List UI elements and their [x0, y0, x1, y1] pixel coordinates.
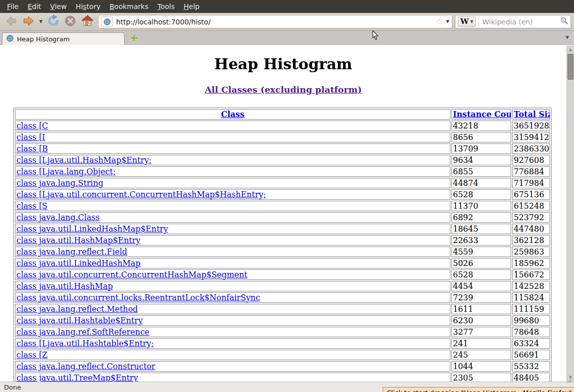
page-title: Heap Histogram — [0, 55, 567, 73]
class-link[interactable]: class [Z — [16, 350, 47, 360]
forward-icon — [22, 15, 34, 28]
instance-count-cell: 2305 — [451, 373, 511, 382]
tab-heap-histogram[interactable]: Heap Histogram — [2, 32, 125, 45]
class-cell: class java.util.concurrent.ConcurrentHas… — [15, 269, 450, 280]
class-cell: class [B — [15, 143, 450, 154]
back-button[interactable] — [3, 14, 20, 30]
status-text: Done — [4, 384, 21, 391]
menu-help[interactable]: Help — [179, 0, 204, 12]
table-row: class [Ljava.util.HashMap$Entry;96349276… — [15, 155, 550, 165]
class-link[interactable]: class [Ljava.util.concurrent.ConcurrentH… — [16, 190, 266, 199]
home-button[interactable] — [79, 14, 96, 30]
class-link[interactable]: class java.lang.String — [16, 178, 103, 188]
total-size-cell: 3159412 — [512, 132, 550, 142]
forward-button[interactable] — [20, 14, 37, 30]
table-row: class [Ljava.util.concurrent.ConcurrentH… — [15, 189, 550, 200]
class-cell: class java.util.concurrent.locks.Reentra… — [15, 292, 450, 303]
vertical-scrollbar[interactable]: ▲ ▼ — [567, 45, 574, 382]
bookmark-star-icon[interactable]: ☆ — [436, 18, 443, 26]
menu-bookmarks[interactable]: Bookmarks — [105, 0, 153, 12]
table-row: class java.util.HashMap$Entry22633362128 — [15, 235, 550, 246]
class-link[interactable]: class [Ljava.util.HashMap$Entry; — [16, 155, 151, 165]
class-cell: class [Ljava.util.HashMap$Entry; — [15, 155, 450, 165]
scroll-up-icon: ▲ — [569, 48, 572, 52]
total-size-cell: 615248 — [512, 201, 550, 211]
instance-count-header-cell: Instance Count — [451, 109, 511, 120]
class-link[interactable]: class java.util.TreeMap$Entry — [16, 373, 138, 382]
search-magnifier-icon[interactable] — [561, 17, 568, 26]
total-size-cell: 259863 — [512, 247, 550, 257]
total-size-cell: 48405 — [512, 373, 550, 382]
table-row: class [C432183651928 — [15, 121, 550, 131]
class-link[interactable]: class [C — [16, 121, 48, 131]
stop-button[interactable] — [62, 14, 79, 30]
total-size-cell: 185962 — [512, 258, 550, 268]
class-link[interactable]: class java.util.LinkedHashMap — [16, 259, 141, 268]
instance-count-cell: 241 — [451, 338, 511, 349]
menu-edit[interactable]: Edit — [23, 0, 45, 12]
instance-count-cell: 11370 — [451, 201, 511, 211]
engine-dropdown-icon: ▼ — [470, 20, 473, 24]
class-sort-link[interactable]: Class — [221, 110, 244, 119]
search-bar[interactable]: W ▼ — [455, 15, 571, 28]
instance-count-cell: 3277 — [451, 327, 511, 337]
table-row: class java.util.TreeMap$Entry230548405 — [15, 373, 550, 382]
class-link[interactable]: class java.lang.ref.SoftReference — [16, 327, 149, 337]
scroll-up-button[interactable]: ▲ — [567, 46, 574, 53]
class-cell: class [I — [15, 132, 450, 142]
class-link[interactable]: class java.lang.Class — [16, 213, 100, 222]
class-link[interactable]: class [I — [16, 132, 45, 142]
class-link[interactable]: class java.util.HashMap$Entry — [16, 236, 141, 245]
all-classes-link[interactable]: All Classes (excluding platform) — [205, 85, 362, 95]
search-input[interactable] — [481, 17, 561, 26]
instance-count-cell: 8656 — [451, 132, 511, 142]
menu-tools[interactable]: Tools — [153, 0, 179, 12]
scrollbar-thumb[interactable] — [568, 54, 574, 80]
table-row: class [Ljava.lang.Object;6855776884 — [15, 166, 550, 177]
forward-history-dropdown[interactable]: ▼ — [37, 14, 45, 30]
class-link[interactable]: class java.lang.reflect.Field — [16, 247, 127, 257]
url-bar[interactable]: ☆ ▼ — [98, 15, 452, 28]
class-header-cell: Class — [15, 109, 450, 120]
menu-history[interactable]: History — [71, 0, 105, 12]
table-row: class java.util.concurrent.locks.Reentra… — [15, 292, 550, 303]
instance-count-cell: 1044 — [451, 361, 511, 372]
url-input[interactable] — [115, 17, 434, 26]
menu-bar: FileEditViewHistoryBookmarksToolsHelp — [0, 0, 574, 13]
menu-file[interactable]: File — [2, 0, 23, 12]
class-link[interactable]: class java.lang.reflect.Constructor — [16, 362, 155, 371]
reload-button[interactable] — [45, 14, 62, 30]
table-row: class [S11370615248 — [15, 201, 550, 211]
class-link[interactable]: class [Ljava.lang.Object; — [16, 167, 116, 176]
total-size-sort-link[interactable]: Total Size — [514, 110, 550, 119]
resize-grip-icon[interactable] — [565, 376, 572, 386]
class-link[interactable]: class java.util.concurrent.ConcurrentHas… — [16, 270, 247, 279]
class-cell: class [Z — [15, 350, 450, 360]
menu-view[interactable]: View — [46, 0, 71, 12]
class-link[interactable]: class java.util.concurrent.locks.Reentra… — [16, 293, 260, 302]
total-size-cell: 927608 — [512, 155, 550, 165]
instance-count-cell: 13709 — [451, 143, 511, 154]
url-dropdown-icon[interactable]: ▼ — [446, 19, 449, 24]
total-size-cell: 115824 — [512, 292, 550, 303]
instance-count-sort-link[interactable]: Instance Count — [453, 110, 511, 119]
table-row: class java.lang.String44874717984 — [15, 178, 550, 188]
tab-overflow-dropdown-icon[interactable]: ▼ — [566, 35, 569, 40]
table-row: class java.lang.ref.SoftReference3277786… — [15, 327, 550, 337]
class-link[interactable]: class java.util.LinkedHashMap$Entry — [16, 224, 168, 234]
instance-count-cell: 7239 — [451, 292, 511, 303]
search-engine-button[interactable]: W ▼ — [458, 16, 476, 27]
class-link[interactable]: class java.util.HashMap — [16, 281, 113, 291]
class-link[interactable]: class java.util.Hashtable$Entry — [16, 316, 143, 325]
all-classes-link-wrap: All Classes (excluding platform) — [0, 85, 567, 95]
class-link[interactable]: class [S — [16, 201, 47, 211]
class-link[interactable]: class java.lang.reflect.Method — [16, 304, 138, 314]
class-cell: class java.util.LinkedHashMap — [15, 258, 450, 268]
instance-count-cell: 5026 — [451, 258, 511, 268]
new-tab-button[interactable]: ✚ — [129, 33, 140, 43]
total-size-cell: 776884 — [512, 166, 550, 177]
class-link[interactable]: class [Ljava.util.Hashtable$Entry; — [16, 339, 154, 348]
heap-table-body: class [C432183651928class [I86563159412c… — [15, 121, 550, 382]
table-row: class java.util.HashMap4454142528 — [15, 281, 550, 291]
class-link[interactable]: class [B — [16, 144, 48, 153]
